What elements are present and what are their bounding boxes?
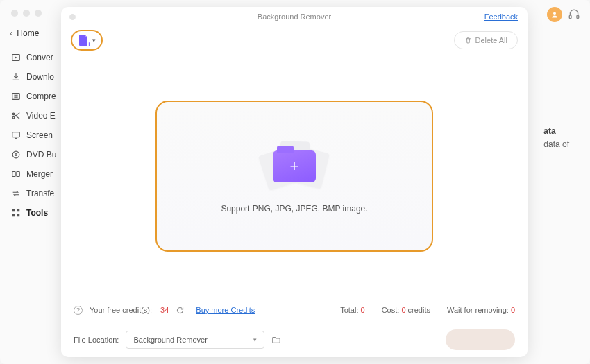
compress-icon: [11, 92, 21, 101]
bottom-bar: File Location: Background Remover ▾: [61, 322, 528, 357]
sidebar-item-downloader[interactable]: Downlo: [0, 67, 69, 87]
disc-icon: [11, 150, 21, 159]
chevron-left-icon: ‹: [10, 28, 12, 38]
folder-plus-icon: +: [273, 150, 316, 182]
svg-rect-14: [569, 15, 571, 19]
svg-rect-7: [12, 172, 15, 177]
sidebar-item-label: DVD Bu: [26, 150, 56, 159]
credits-value: 34: [160, 306, 169, 314]
grid-icon: [11, 208, 21, 218]
merge-icon: [11, 169, 21, 179]
trash-icon: [464, 37, 472, 44]
feedback-link[interactable]: Feedback: [484, 12, 518, 21]
dropzone[interactable]: + Support PNG, JPG, JPEG, BMP image.: [155, 101, 433, 252]
wait-stat: Wait for removing: 0: [447, 306, 515, 314]
svg-rect-4: [12, 132, 20, 137]
sidebar-item-label: Conver: [26, 53, 53, 62]
sidebar-item-label: Merger: [26, 169, 53, 179]
svg-point-3: [12, 116, 15, 119]
home-label: Home: [17, 28, 39, 38]
sidebar-item-transfer[interactable]: Transfe: [0, 184, 69, 203]
chevron-down-icon: ▾: [253, 336, 257, 343]
svg-rect-9: [12, 209, 15, 212]
sidebar-item-tools[interactable]: Tools: [0, 203, 69, 223]
chevron-down-icon: ▾: [92, 37, 96, 44]
modal-header: Background Remover Feedback: [61, 7, 528, 26]
sidebar-item-merger[interactable]: Merger: [0, 164, 69, 184]
modal-toolbar: + ▾ Delete All: [61, 26, 528, 54]
svg-point-6: [15, 154, 17, 156]
file-location-select[interactable]: Background Remover ▾: [126, 331, 264, 349]
svg-point-13: [553, 12, 556, 15]
sidebar-item-label: Video E: [26, 111, 56, 121]
dropzone-text: Support PNG, JPG, JPEG, BMP image.: [221, 204, 367, 214]
sidebar-item-converter[interactable]: Conver: [0, 48, 69, 67]
svg-rect-12: [17, 214, 20, 217]
start-button[interactable]: [446, 329, 515, 350]
bg-panel-title: ata: [543, 125, 569, 138]
help-icon[interactable]: ?: [74, 306, 83, 315]
delete-all-label: Delete All: [475, 36, 507, 44]
sidebar-item-label: Screen: [26, 130, 53, 140]
sidebar-item-label: Compre: [26, 92, 56, 101]
credits-bar: ? Your free credit(s): 34 Buy more Credi…: [61, 297, 528, 322]
background-remover-modal: Background Remover Feedback + ▾ Delete A…: [61, 7, 528, 357]
sidebar-item-label: Transfe: [26, 189, 54, 198]
folder-illustration: +: [256, 139, 332, 194]
cost-stat: Cost: 0 credits: [382, 306, 430, 314]
main-area: + Support PNG, JPG, JPEG, BMP image.: [61, 54, 528, 297]
sidebar-item-dvd[interactable]: DVD Bu: [0, 145, 69, 164]
sidebar-item-label: Tools: [26, 208, 48, 218]
sidebar: ‹ Home Conver Downlo Compre Video E Scre…: [0, 0, 69, 364]
home-button[interactable]: ‹ Home: [0, 25, 69, 41]
sidebar-item-screen[interactable]: Screen: [0, 125, 69, 145]
bg-panel-line: data of: [543, 138, 569, 151]
credits-label: Your free credit(s):: [90, 306, 152, 314]
delete-all-button[interactable]: Delete All: [454, 31, 518, 49]
svg-rect-11: [12, 214, 15, 217]
svg-rect-8: [17, 172, 19, 177]
header-icons: [547, 7, 580, 22]
open-folder-button[interactable]: [271, 335, 281, 345]
sidebar-item-compressor[interactable]: Compre: [0, 87, 69, 106]
buy-credits-link[interactable]: Buy more Credits: [196, 306, 255, 314]
modal-title: Background Remover: [258, 12, 331, 21]
modal-close-button[interactable]: [69, 14, 76, 20]
svg-rect-10: [17, 209, 20, 212]
svg-point-5: [12, 151, 19, 158]
svg-point-2: [12, 113, 15, 115]
transfer-icon: [11, 189, 21, 198]
background-panel: ata data of: [543, 125, 569, 151]
converter-icon: [11, 53, 21, 62]
download-icon: [11, 72, 21, 82]
total-stat: Total: 0: [340, 306, 364, 314]
add-file-icon: +: [78, 34, 89, 46]
sidebar-item-label: Downlo: [26, 72, 54, 82]
headset-icon[interactable]: [568, 8, 580, 21]
file-location-value: Background Remover: [133, 336, 207, 344]
screen-icon: [11, 130, 21, 140]
svg-rect-15: [577, 15, 579, 19]
sidebar-item-video-editor[interactable]: Video E: [0, 106, 69, 125]
file-location-label: File Location:: [74, 336, 119, 344]
refresh-icon[interactable]: [176, 306, 185, 315]
avatar[interactable]: [547, 7, 562, 22]
scissors-icon: [11, 111, 21, 121]
add-file-button[interactable]: + ▾: [71, 30, 103, 51]
